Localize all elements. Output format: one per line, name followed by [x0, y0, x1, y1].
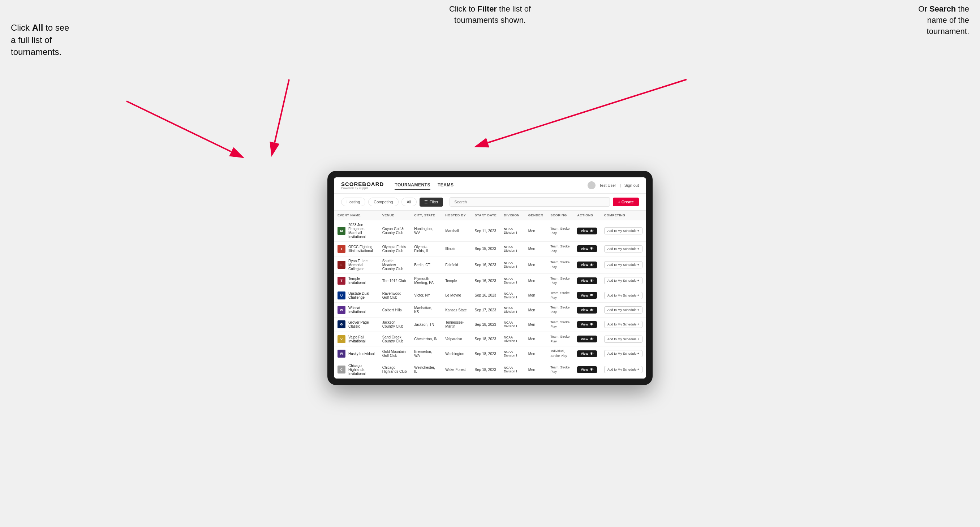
- cell-actions-1: View 👁: [573, 242, 600, 256]
- cell-hosted-by-7: Valparaiso: [442, 332, 471, 346]
- add-schedule-button-8[interactable]: Add to My Schedule +: [604, 350, 643, 357]
- create-button[interactable]: + Create: [613, 198, 639, 206]
- signout-link[interactable]: Sign out: [624, 183, 639, 187]
- cell-actions-7: View 👁: [573, 332, 600, 346]
- nav-tab-teams[interactable]: TEAMS: [438, 181, 454, 190]
- event-name-0: 2023 Joe Feaganes Marshall Invitational: [348, 223, 375, 239]
- cell-hosted-by-5: Kansas State: [442, 303, 471, 317]
- cell-hosted-by-1: Illinois: [442, 242, 471, 256]
- search-input[interactable]: [450, 197, 610, 206]
- cell-division-3: NCAA Division I: [500, 273, 524, 288]
- annotation-topcenter: Click to Filter the list oftournaments s…: [449, 3, 531, 26]
- team-logo-7: V: [337, 335, 345, 343]
- add-schedule-label-7: Add to My Schedule +: [608, 337, 639, 341]
- logo-title: SCOREBOARD: [341, 181, 384, 187]
- svg-line-2: [488, 79, 687, 143]
- cell-gender-9: Men: [525, 361, 547, 378]
- event-name-1: OFCC Fighting Illini Invitational: [348, 245, 375, 253]
- search-box: [450, 197, 610, 206]
- all-filter-button[interactable]: All: [401, 198, 417, 206]
- cell-gender-3: Men: [525, 273, 547, 288]
- cell-actions-3: View 👁: [573, 273, 600, 288]
- cell-division-6: NCAA Division I: [500, 317, 524, 332]
- cell-actions-8: View 👁: [573, 346, 600, 361]
- cell-hosted-by-8: Washington: [442, 346, 471, 361]
- cell-scoring-1: Team, Stroke Play: [547, 242, 573, 256]
- view-button-7[interactable]: View 👁: [577, 336, 597, 343]
- cell-competing-6: Add to My Schedule +: [601, 317, 646, 332]
- competing-filter-button[interactable]: Competing: [368, 198, 398, 206]
- cell-actions-9: View 👁: [573, 361, 600, 378]
- eye-icon-9: 👁: [590, 368, 593, 372]
- add-schedule-button-9[interactable]: Add to My Schedule +: [604, 366, 643, 373]
- add-schedule-button-0[interactable]: Add to My Schedule +: [604, 227, 643, 235]
- view-button-4[interactable]: View 👁: [577, 292, 597, 299]
- cell-competing-3: Add to My Schedule +: [601, 273, 646, 288]
- col-actions: ACTIONS: [573, 211, 600, 220]
- cell-hosted-by-6: Tennessee-Martin: [442, 317, 471, 332]
- cell-event-name-5: W Wildcat Invitational: [334, 303, 379, 317]
- cell-division-9: NCAA Division I: [500, 361, 524, 378]
- view-button-6[interactable]: View 👁: [577, 321, 597, 328]
- view-button-1[interactable]: View 👁: [577, 245, 597, 252]
- cell-division-2: NCAA Division I: [500, 256, 524, 273]
- add-schedule-button-7[interactable]: Add to My Schedule +: [604, 336, 643, 343]
- cell-scoring-8: Individual, Stroke Play: [547, 346, 573, 361]
- cell-hosted-by-3: Temple: [442, 273, 471, 288]
- view-button-9[interactable]: View 👁: [577, 366, 597, 373]
- cell-division-1: NCAA Division I: [500, 242, 524, 256]
- cell-start-date-2: Sep 16, 2023: [471, 256, 501, 273]
- hosting-filter-button[interactable]: Hosting: [341, 198, 365, 206]
- cell-gender-5: Men: [525, 303, 547, 317]
- eye-icon-6: 👁: [590, 322, 593, 327]
- col-city-state: CITY, STATE: [410, 211, 442, 220]
- cell-scoring-2: Team, Stroke Play: [547, 256, 573, 273]
- view-label-8: View: [581, 352, 588, 356]
- view-button-5[interactable]: View 👁: [577, 307, 597, 314]
- eye-icon-0: 👁: [590, 229, 593, 233]
- cell-city-state-7: Chesterton, IN: [410, 332, 442, 346]
- col-event-name: EVENT NAME: [334, 211, 379, 220]
- tournaments-table-container: EVENT NAME VENUE CITY, STATE HOSTED BY S…: [334, 211, 646, 379]
- device-screen: SCOREBOARD Powered by clippd TOURNAMENTS…: [334, 177, 646, 379]
- tournaments-table: EVENT NAME VENUE CITY, STATE HOSTED BY S…: [334, 211, 646, 379]
- eye-icon-4: 👁: [590, 293, 593, 297]
- logo-area: SCOREBOARD Powered by clippd: [341, 181, 384, 190]
- header-right: Test User | Sign out: [587, 181, 639, 189]
- view-button-3[interactable]: View 👁: [577, 278, 597, 284]
- add-schedule-button-1[interactable]: Add to My Schedule +: [604, 245, 643, 252]
- cell-event-name-3: T Temple Invitational: [334, 273, 379, 288]
- cell-start-date-8: Sep 18, 2023: [471, 346, 501, 361]
- add-schedule-label-8: Add to My Schedule +: [608, 352, 639, 356]
- cell-scoring-4: Team, Stroke Play: [547, 288, 573, 302]
- cell-venue-6: Jackson Country Club: [379, 317, 411, 332]
- nav-tab-tournaments[interactable]: TOURNAMENTS: [395, 181, 430, 190]
- event-name-7: Valpo Fall Invitational: [348, 335, 375, 343]
- cell-competing-2: Add to My Schedule +: [601, 256, 646, 273]
- cell-gender-2: Men: [525, 256, 547, 273]
- add-schedule-button-6[interactable]: Add to My Schedule +: [604, 321, 643, 328]
- add-schedule-button-5[interactable]: Add to My Schedule +: [604, 306, 643, 314]
- cell-event-name-0: M 2023 Joe Feaganes Marshall Invitationa…: [334, 220, 379, 242]
- team-logo-8: W: [337, 350, 345, 357]
- table-row: F Ryan T. Lee Memorial Collegiate Shuttl…: [334, 256, 646, 273]
- view-button-0[interactable]: View 👁: [577, 227, 597, 235]
- cell-competing-4: Add to My Schedule +: [601, 288, 646, 302]
- cell-division-5: NCAA Division I: [500, 303, 524, 317]
- add-schedule-button-2[interactable]: Add to My Schedule +: [604, 261, 643, 268]
- event-name-3: Temple Invitational: [348, 277, 375, 285]
- cell-competing-7: Add to My Schedule +: [601, 332, 646, 346]
- add-schedule-button-4[interactable]: Add to My Schedule +: [604, 292, 643, 299]
- filter-label: Filter: [430, 200, 438, 204]
- col-competing: COMPETING: [601, 211, 646, 220]
- filter-button[interactable]: ☰ Filter: [420, 198, 443, 206]
- cell-actions-4: View 👁: [573, 288, 600, 302]
- cell-start-date-5: Sep 17, 2023: [471, 303, 501, 317]
- add-schedule-button-3[interactable]: Add to My Schedule +: [604, 277, 643, 284]
- add-schedule-label-2: Add to My Schedule +: [608, 263, 639, 267]
- view-button-8[interactable]: View 👁: [577, 350, 597, 357]
- cell-division-4: NCAA Division I: [500, 288, 524, 302]
- view-button-2[interactable]: View 👁: [577, 262, 597, 268]
- cell-city-state-8: Bremerton, WA: [410, 346, 442, 361]
- cell-venue-8: Gold Mountain Golf Club: [379, 346, 411, 361]
